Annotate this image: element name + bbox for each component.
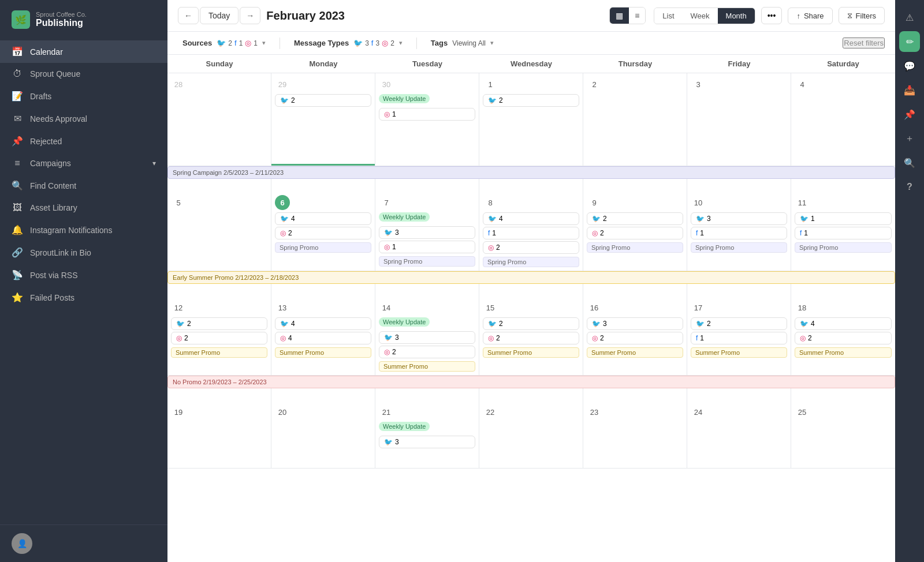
sidebar-item-sprout-queue[interactable]: ⏱ Sprout Queue [0,63,167,85]
share-button[interactable]: ↑ Share [788,8,832,24]
post-badge-tw[interactable]: 🐦2 [171,317,267,330]
pin-icon[interactable]: 📌 [899,104,920,125]
post-badge-ig[interactable]: ◎2 [275,227,371,239]
messages-icon[interactable]: 💬 [899,55,920,76]
cal-cell-feb8[interactable]: 8 🐦4 f1 ◎2 Spring Promo [479,166,583,271]
list-view-button[interactable]: List [654,8,682,24]
week-view-button[interactable]: Week [683,8,718,24]
post-badge-tw[interactable]: 🐦4 [483,212,579,225]
cal-cell-jan29[interactable]: 29 🐦 2 [271,73,375,166]
post-badge-fb[interactable]: f1 [483,227,579,239]
post-badge-tw[interactable]: 🐦4 [275,212,371,225]
cal-cell-feb15[interactable]: 15 🐦2 ◎2 Summer Promo [479,271,583,375]
post-badge-tw[interactable]: 🐦1 [795,212,892,225]
cal-cell-feb13[interactable]: 13 🐦4 ◎4 Summer Promo [271,271,375,375]
cal-cell-feb24[interactable]: 24 [687,376,791,468]
cal-cell-jan28[interactable]: 28 [167,73,271,166]
cal-cell-feb18[interactable]: 18 🐦4 ◎2 Summer Promo [791,271,895,375]
sources-filter[interactable]: Sources 🐦 2 f 1 ◎ 1 ▾ [178,36,270,50]
post-badge-ig[interactable]: ◎2 [483,332,579,344]
post-badge-tw[interactable]: 🐦4 [275,317,371,330]
cal-cell-feb4[interactable]: 4 [791,73,895,166]
post-badge-tw[interactable]: 🐦2 [483,317,579,330]
filters-button[interactable]: ⧖ Filters [839,7,885,24]
sidebar-item-post-via-rss[interactable]: 📡 Post via RSS [0,264,167,286]
next-button[interactable]: → [240,7,260,24]
prev-button[interactable]: ← [178,7,199,24]
compose-icon[interactable]: ✏ [899,31,920,52]
sidebar-item-campaigns[interactable]: ≡ Campaigns ▾ [0,152,167,174]
event-weekly-update-3[interactable]: Weekly Update [379,317,430,327]
alert-icon[interactable]: ⚠ [899,7,920,28]
search-icon[interactable]: 🔍 [899,152,920,173]
post-badge-tw[interactable]: 🐦3 [379,226,475,239]
cal-cell-feb19[interactable]: 19 [167,376,271,468]
cal-cell-feb1[interactable]: 1 🐦 2 [479,73,583,166]
cal-cell-feb12[interactable]: 12 🐦2 ◎2 Summer Promo [167,271,271,375]
cal-cell-feb16[interactable]: 16 🐦3 ◎2 Summer Promo [583,271,687,375]
post-badge-tw[interactable]: 🐦3 [587,317,683,330]
more-options-button[interactable]: ••• [761,7,783,24]
tags-filter[interactable]: Tags Viewing All ▾ [426,36,498,50]
reset-filters-button[interactable]: Reset filters [843,38,885,48]
post-badge-ig[interactable]: ◎2 [795,332,892,344]
post-badge-tw[interactable]: 🐦 2 [483,94,579,107]
avatar[interactable]: 👤 [12,533,32,554]
plus-icon[interactable]: ＋ [899,128,920,149]
post-badge-tw[interactable]: 🐦4 [795,317,892,330]
sidebar-item-calendar[interactable]: 📅 Calendar [0,40,167,63]
post-badge-tw[interactable]: 🐦3 [691,212,787,225]
cal-cell-feb25[interactable]: 25 [791,376,895,468]
post-badge-ig[interactable]: ◎2 [379,346,475,358]
sidebar-item-needs-approval[interactable]: ✉ Needs Approval [0,107,167,130]
cal-cell-feb9[interactable]: 9 🐦2 ◎2 Spring Promo [583,166,687,271]
sidebar-item-sproutlink[interactable]: 🔗 SproutLink in Bio [0,241,167,264]
grid-view-button[interactable]: ▦ [610,8,629,24]
list-view-icon-button[interactable]: ≡ [629,8,645,24]
post-badge-fb[interactable]: f1 [795,227,892,239]
sidebar-item-failed-posts[interactable]: ⭐ Failed Posts [0,286,167,309]
cal-cell-feb20[interactable]: 20 [271,376,375,468]
cal-cell-feb23[interactable]: 23 [583,376,687,468]
post-badge-fb[interactable]: f1 [691,227,787,239]
post-badge-ig[interactable]: ◎2 [171,332,267,344]
post-badge-ig[interactable]: ◎4 [275,332,371,344]
today-button[interactable]: Today [200,7,239,24]
sidebar-item-instagram-notifications[interactable]: 🔔 Instagram Notifications [0,219,167,241]
cal-cell-feb10[interactable]: 10 🐦3 f1 Spring Promo [687,166,791,271]
post-badge-tw[interactable]: 🐦3 [379,331,475,344]
post-badge-tw[interactable]: 🐦2 [691,317,787,330]
month-view-button[interactable]: Month [718,8,755,24]
post-badge-tw[interactable]: 🐦2 [587,212,683,225]
post-badge-ig[interactable]: ◎1 [379,241,475,253]
cal-cell-feb3[interactable]: 3 [687,73,791,166]
post-badge-ig[interactable]: ◎ 1 [379,108,475,121]
message-types-filter[interactable]: Message Types 🐦 3 f 3 ◎ 2 ▾ [289,36,407,50]
post-badge-tw[interactable]: 🐦3 [379,436,475,448]
cal-cell-feb22[interactable]: 22 [479,376,583,468]
cal-cell-feb14[interactable]: 14 Weekly Update 🐦3 ◎2 Summer Promo [375,271,479,375]
event-weekly-update-4[interactable]: Weekly Update [379,422,430,431]
cal-cell-jan30[interactable]: 30 Weekly Update ◎ 1 [375,73,479,166]
post-badge-ig[interactable]: ◎2 [587,227,683,239]
sidebar-item-asset-library[interactable]: 🖼 Asset Library [0,197,167,219]
cal-cell-feb21[interactable]: 21 Weekly Update 🐦3 [375,376,479,468]
event-weekly-update-1[interactable]: Weekly Update [379,94,430,103]
sidebar-item-find-content[interactable]: 🔍 Find Content [0,174,167,197]
cal-cell-feb6[interactable]: 6 🐦4 ◎2 Spring Promo [271,166,375,271]
user-avatar-area[interactable]: 👤 [0,524,167,562]
cal-cell-feb5[interactable]: 5 [167,166,271,271]
post-badge-tw[interactable]: 🐦 2 [275,94,371,107]
cal-cell-feb17[interactable]: 17 🐦2 f1 Summer Promo [687,271,791,375]
cal-cell-feb7[interactable]: 7 Weekly Update 🐦3 ◎1 Spring Promo [375,166,479,271]
post-badge-ig[interactable]: ◎2 [483,241,579,254]
event-weekly-update-2[interactable]: Weekly Update [379,212,430,222]
help-icon[interactable]: ? [899,177,920,197]
sidebar-item-rejected[interactable]: 📌 Rejected [0,130,167,152]
cal-cell-feb11[interactable]: 11 🐦1 f1 Spring Promo [791,166,895,271]
sidebar-item-drafts[interactable]: 📝 Drafts [0,85,167,107]
cal-cell-feb2[interactable]: 2 [583,73,687,166]
inbox-icon[interactable]: 📥 [899,80,920,100]
post-badge-fb[interactable]: f1 [691,332,787,344]
post-badge-ig[interactable]: ◎2 [587,332,683,344]
